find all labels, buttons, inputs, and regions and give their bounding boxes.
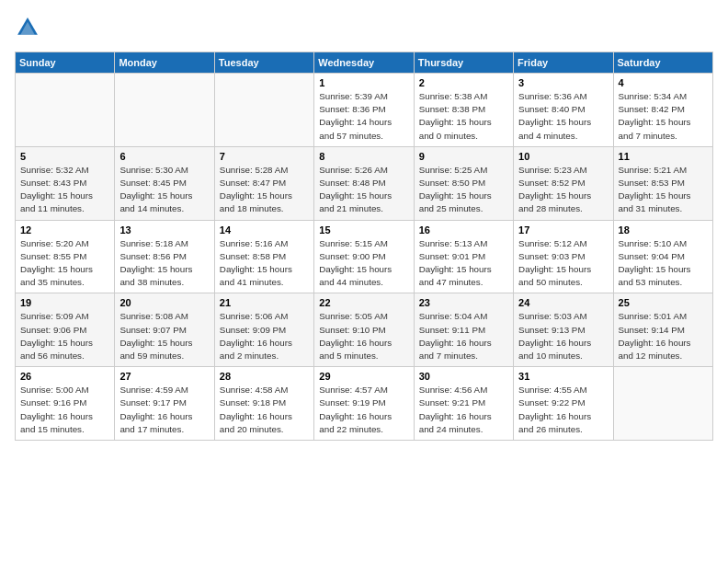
calendar-cell [115,74,214,147]
calendar-week-row: 12Sunrise: 5:20 AMSunset: 8:55 PMDayligh… [16,220,713,293]
calendar-cell: 6Sunrise: 5:30 AMSunset: 8:45 PMDaylight… [115,146,214,220]
logo-icon [15,15,40,40]
calendar-cell: 7Sunrise: 5:28 AMSunset: 8:47 PMDaylight… [214,146,313,220]
day-number: 5 [20,151,109,162]
day-info: Sunrise: 5:13 AMSunset: 9:01 PMDaylight:… [419,237,508,290]
day-number: 6 [119,151,209,162]
day-info: Sunrise: 5:26 AMSunset: 8:48 PMDaylight:… [319,164,408,216]
calendar-cell: 20Sunrise: 5:08 AMSunset: 9:07 PMDayligh… [115,293,214,367]
calendar-cell: 21Sunrise: 5:06 AMSunset: 9:09 PMDayligh… [214,293,313,367]
day-info: Sunrise: 5:10 AMSunset: 9:04 PMDaylight:… [619,237,708,290]
day-info: Sunrise: 5:30 AMSunset: 8:45 PMDaylight:… [119,164,209,216]
day-number: 12 [20,224,109,236]
day-info: Sunrise: 5:05 AMSunset: 9:10 PMDaylight:… [319,310,408,362]
weekday-header: Wednesday [314,52,414,74]
calendar-cell: 31Sunrise: 4:55 AMSunset: 9:22 PMDayligh… [514,367,613,441]
day-number: 30 [419,371,508,382]
day-number: 16 [419,224,508,236]
day-info: Sunrise: 5:00 AMSunset: 9:16 PMDaylight:… [20,384,109,436]
day-info: Sunrise: 5:03 AMSunset: 9:13 PMDaylight:… [518,310,608,362]
calendar-week-row: 1Sunrise: 5:39 AMSunset: 8:36 PMDaylight… [16,74,713,147]
calendar-table: SundayMondayTuesdayWednesdayThursdayFrid… [15,52,713,441]
day-info: Sunrise: 4:56 AMSunset: 9:21 PMDaylight:… [419,384,508,436]
calendar-cell: 13Sunrise: 5:18 AMSunset: 8:56 PMDayligh… [115,220,214,293]
day-info: Sunrise: 5:25 AMSunset: 8:50 PMDaylight:… [419,164,508,216]
weekday-header: Monday [115,52,214,74]
weekday-header: Tuesday [214,52,313,74]
day-info: Sunrise: 5:12 AMSunset: 9:03 PMDaylight:… [518,237,608,290]
day-number: 20 [119,297,209,308]
calendar-cell: 8Sunrise: 5:26 AMSunset: 8:48 PMDaylight… [314,146,414,220]
day-info: Sunrise: 5:23 AMSunset: 8:52 PMDaylight:… [518,164,608,216]
day-number: 10 [518,151,608,162]
day-info: Sunrise: 5:04 AMSunset: 9:11 PMDaylight:… [419,310,508,362]
day-info: Sunrise: 5:08 AMSunset: 9:07 PMDaylight:… [119,310,209,362]
day-number: 19 [20,297,109,308]
calendar-cell: 28Sunrise: 4:58 AMSunset: 9:18 PMDayligh… [214,367,313,441]
day-info: Sunrise: 5:39 AMSunset: 8:36 PMDaylight:… [319,90,408,143]
day-info: Sunrise: 4:58 AMSunset: 9:18 PMDaylight:… [220,384,309,436]
weekday-header: Saturday [613,52,712,74]
calendar-cell: 18Sunrise: 5:10 AMSunset: 9:04 PMDayligh… [613,220,712,293]
calendar-cell: 24Sunrise: 5:03 AMSunset: 9:13 PMDayligh… [514,293,613,367]
calendar-cell: 1Sunrise: 5:39 AMSunset: 8:36 PMDaylight… [314,74,414,147]
day-number: 14 [220,224,309,236]
calendar-cell: 17Sunrise: 5:12 AMSunset: 9:03 PMDayligh… [514,220,613,293]
day-number: 1 [319,77,408,88]
weekday-header: Sunday [16,52,115,74]
day-number: 11 [619,151,708,162]
day-info: Sunrise: 5:06 AMSunset: 9:09 PMDaylight:… [220,310,309,362]
calendar-cell: 10Sunrise: 5:23 AMSunset: 8:52 PMDayligh… [514,146,613,220]
day-number: 3 [518,77,608,88]
day-number: 27 [119,371,209,382]
day-info: Sunrise: 5:01 AMSunset: 9:14 PMDaylight:… [619,310,708,362]
day-number: 4 [619,77,708,88]
calendar-cell: 5Sunrise: 5:32 AMSunset: 8:43 PMDaylight… [16,146,115,220]
calendar-cell: 22Sunrise: 5:05 AMSunset: 9:10 PMDayligh… [314,293,414,367]
day-info: Sunrise: 5:28 AMSunset: 8:47 PMDaylight:… [220,164,309,216]
day-number: 23 [419,297,508,308]
day-number: 22 [319,297,408,308]
calendar-cell: 11Sunrise: 5:21 AMSunset: 8:53 PMDayligh… [613,146,712,220]
day-info: Sunrise: 5:32 AMSunset: 8:43 PMDaylight:… [20,164,109,216]
calendar-cell [613,367,712,441]
calendar-cell: 3Sunrise: 5:36 AMSunset: 8:40 PMDaylight… [514,74,613,147]
calendar-week-row: 19Sunrise: 5:09 AMSunset: 9:06 PMDayligh… [16,293,713,367]
day-number: 24 [518,297,608,308]
calendar-cell: 15Sunrise: 5:15 AMSunset: 9:00 PMDayligh… [314,220,414,293]
day-info: Sunrise: 5:18 AMSunset: 8:56 PMDaylight:… [119,237,209,290]
day-number: 25 [619,297,708,308]
day-info: Sunrise: 5:36 AMSunset: 8:40 PMDaylight:… [518,90,608,143]
calendar-cell: 14Sunrise: 5:16 AMSunset: 8:58 PMDayligh… [214,220,313,293]
calendar-cell: 4Sunrise: 5:34 AMSunset: 8:42 PMDaylight… [613,74,712,147]
day-info: Sunrise: 5:09 AMSunset: 9:06 PMDaylight:… [20,310,109,362]
day-info: Sunrise: 5:20 AMSunset: 8:55 PMDaylight:… [20,237,109,290]
day-info: Sunrise: 5:21 AMSunset: 8:53 PMDaylight:… [619,164,708,216]
calendar-cell: 26Sunrise: 5:00 AMSunset: 9:16 PMDayligh… [16,367,115,441]
day-number: 29 [319,371,408,382]
calendar-week-row: 26Sunrise: 5:00 AMSunset: 9:16 PMDayligh… [16,367,713,441]
day-number: 21 [220,297,309,308]
day-number: 8 [319,151,408,162]
day-number: 13 [119,224,209,236]
weekday-header: Thursday [414,52,513,74]
calendar-cell: 27Sunrise: 4:59 AMSunset: 9:17 PMDayligh… [115,367,214,441]
day-info: Sunrise: 5:15 AMSunset: 9:00 PMDaylight:… [319,237,408,290]
day-number: 2 [419,77,508,88]
calendar-cell: 2Sunrise: 5:38 AMSunset: 8:38 PMDaylight… [414,74,513,147]
day-number: 15 [319,224,408,236]
page-header [15,15,713,40]
day-number: 18 [619,224,708,236]
calendar-cell: 16Sunrise: 5:13 AMSunset: 9:01 PMDayligh… [414,220,513,293]
calendar-cell: 25Sunrise: 5:01 AMSunset: 9:14 PMDayligh… [613,293,712,367]
calendar-body: 1Sunrise: 5:39 AMSunset: 8:36 PMDaylight… [16,74,713,441]
calendar-cell: 30Sunrise: 4:56 AMSunset: 9:21 PMDayligh… [414,367,513,441]
day-number: 28 [220,371,309,382]
day-info: Sunrise: 4:59 AMSunset: 9:17 PMDaylight:… [119,384,209,436]
calendar-cell [214,74,313,147]
calendar-cell: 12Sunrise: 5:20 AMSunset: 8:55 PMDayligh… [16,220,115,293]
day-number: 9 [419,151,508,162]
calendar-header-row: SundayMondayTuesdayWednesdayThursdayFrid… [16,52,713,74]
day-number: 26 [20,371,109,382]
calendar-cell: 19Sunrise: 5:09 AMSunset: 9:06 PMDayligh… [16,293,115,367]
